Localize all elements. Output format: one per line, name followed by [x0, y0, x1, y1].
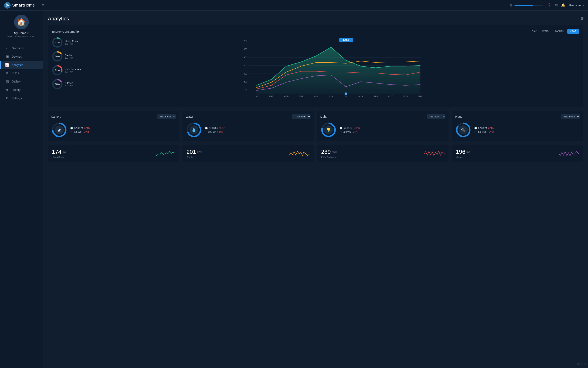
chart-area: 700 600 500 400 300 200 100 JAN FEB MAR … — [85, 37, 579, 103]
user-menu[interactable]: Username ▾ — [569, 4, 584, 7]
light-filter-select[interactable]: This month — [427, 114, 445, 119]
time-btn-day[interactable]: DAY — [529, 29, 539, 34]
help-icon[interactable]: ❓ — [547, 3, 551, 7]
water-wh-change: (-24%) — [217, 131, 223, 133]
svg-text:JUN: JUN — [329, 95, 333, 98]
energy-title: Energy Consumption — [52, 30, 81, 33]
stat-left-livingroom: 174 KWH Living Room — [52, 149, 67, 158]
time-btn-year[interactable]: YEAR — [567, 29, 579, 34]
water-donut: 💧 — [186, 122, 202, 138]
legend-item-kitchen: 18% Kitchen 1034 KM — [52, 79, 81, 90]
clock-icon: 🕐 — [205, 127, 208, 129]
nav-progress-fill — [515, 5, 533, 6]
plugs-icon: 🔌 — [459, 125, 468, 134]
plugs-filter-select[interactable]: This month — [561, 114, 580, 119]
main-settings-icon[interactable]: ⚙ — [581, 16, 584, 21]
rules-icon: ≡ — [5, 71, 9, 75]
legend-pct-kidsbedroom: 32% — [55, 69, 60, 72]
svg-text:OCT: OCT — [388, 95, 393, 98]
legend-donut-kidsbedroom: 32% — [52, 65, 63, 76]
stat-room-livingroom: Living Room — [52, 156, 67, 158]
time-btn-week[interactable]: WEEK — [540, 29, 552, 34]
time-btn-month[interactable]: MONTH — [553, 29, 567, 34]
username-label: Username — [569, 4, 581, 7]
sidebar-nav: ⌂ Overview ▣ Devices 📈 Analytics ≡ Rules… — [0, 44, 43, 364]
light-donut: 💡 — [320, 122, 337, 138]
light-card-body: 💡 🕐 57:03:24 (-24%) 〰 320 Wh (-24%) — [320, 122, 445, 138]
svg-text:200: 200 — [243, 81, 247, 83]
stat-card-livingroom: 174 KWH Living Room — [48, 145, 179, 162]
svg-point-36 — [345, 92, 347, 95]
water-filter-select[interactable]: This month — [292, 114, 310, 119]
stat-value-studio: 201 KWH — [187, 149, 202, 155]
sidebar-item-label: Settings — [12, 97, 22, 100]
water-time-change: (-24%) — [219, 127, 225, 129]
sidebar-item-devices[interactable]: ▣ Devices — [0, 52, 43, 61]
svg-text:FEB: FEB — [269, 95, 273, 98]
profile-dropdown-icon[interactable]: ▾ — [27, 31, 28, 35]
time-filters: DAY WEEK MONTH YEAR — [529, 29, 579, 34]
mail-icon[interactable]: ✉ — [555, 3, 558, 7]
water-card-title: Water — [186, 115, 193, 118]
history-icon: ↺ — [5, 88, 9, 92]
camera-filter-select[interactable]: This month — [157, 114, 176, 119]
camera-stats: 🕐 57:03:24 (-24%) 〰 320 Wh (-24%) — [70, 127, 90, 133]
clock-icon: 🕐 — [340, 127, 342, 129]
sidebar-item-label: Devices — [12, 55, 22, 58]
device-card-plugs: Plugs This month 🔌 — [452, 111, 583, 141]
sidebar-item-label: Gallery — [12, 80, 21, 83]
plugs-card-title: Plugs — [455, 115, 462, 118]
legend-text-kitchen: Kitchen 1034 KM — [65, 82, 73, 87]
nav-progress-bar — [515, 5, 543, 6]
legend-item-livingroom: 12% Living Room 1034 KM — [52, 37, 81, 48]
plugs-kwh-row: 〰 420 Kwh (-24%) — [474, 131, 495, 133]
profile-name: My Home ▾ — [14, 31, 29, 35]
camera-wh: 320 Wh — [74, 131, 81, 133]
svg-text:1,458: 1,458 — [343, 39, 349, 41]
legend-item-kidsbedroom: 32% Kid's Bedroom 1034 KM — [52, 65, 81, 76]
hamburger-button[interactable]: ≡ — [42, 3, 44, 7]
light-wh-row: 〰 320 Wh (-24%) — [340, 131, 360, 133]
grid-icon: ⊞ — [510, 3, 512, 7]
nav-progress-area: ⊞ — [510, 3, 543, 7]
bottom-stats-row: 174 KWH Living Room 201 KWH Studio — [48, 145, 583, 162]
svg-text:DEC: DEC — [418, 95, 423, 98]
sidebar: 🏠 My Home ▾ 9898 Trent Bypass Suite 541 … — [0, 11, 43, 368]
avatar-house-icon: 🏠 — [17, 18, 26, 26]
svg-text:NOV: NOV — [403, 95, 408, 98]
sidebar-item-history[interactable]: ↺ History — [0, 86, 43, 94]
trend-icon: 〰 — [205, 131, 207, 133]
stat-card-kitchen: 196 KWH Kitchen — [452, 145, 583, 162]
sidebar-profile: 🏠 My Home ▾ 9898 Trent Bypass Suite 541 — [0, 15, 43, 42]
water-stats: 🕐 57:03:24 (-24%) 〰 320 Wh (-24%) — [205, 127, 225, 133]
water-wh: 320 Wh — [208, 131, 216, 133]
camera-time-row: 🕐 57:03:24 (-24%) — [70, 127, 90, 129]
stat-value-livingroom: 174 KWH — [52, 149, 67, 155]
logo: 📡 SmartHome — [4, 2, 35, 9]
sidebar-item-overview[interactable]: ⌂ Overview — [0, 44, 43, 52]
gallery-icon: ▤ — [5, 79, 9, 83]
svg-text:100: 100 — [243, 89, 247, 91]
svg-text:700: 700 — [243, 40, 247, 42]
camera-time-change: (-24%) — [84, 127, 90, 129]
water-card-header: Water This month — [186, 114, 311, 119]
device-card-light: Light This month 💡 — [317, 111, 449, 141]
home-icon: ⌂ — [5, 46, 9, 50]
sidebar-item-rules[interactable]: ≡ Rules — [0, 69, 43, 77]
topnav: 📡 SmartHome ≡ ⊞ ❓ ✉ 🔔 Username ▾ — [0, 0, 588, 11]
water-card-body: 💧 🕐 57:03:24 (-24%) 〰 320 Wh (-24%) — [186, 122, 311, 138]
water-time-row: 🕐 57:03:24 (-24%) — [205, 127, 225, 129]
sidebar-item-analytics[interactable]: 📈 Analytics — [0, 61, 43, 69]
energy-body: 12% Living Room 1034 KM — [52, 37, 579, 103]
sidebar-item-settings[interactable]: ⚙ Settings — [0, 94, 43, 102]
avatar: 🏠 — [14, 15, 29, 29]
trend-icon: 〰 — [340, 131, 342, 133]
plugs-time-change: (-24%) — [488, 127, 494, 129]
stat-left-kidsbedroom: 289 KWH Kid's Bedroom — [321, 149, 337, 158]
camera-card-body: ◉ 🕐 57:03:24 (-24%) 〰 320 Wh (-24%) — [51, 122, 176, 138]
stat-room-kitchen: Kitchen — [456, 156, 471, 158]
sidebar-item-gallery[interactable]: ▤ Gallery — [0, 77, 43, 86]
svg-text:300: 300 — [243, 73, 247, 75]
plugs-time-row: 🕐 57:03:24 (-24%) — [474, 127, 495, 129]
bell-icon[interactable]: 🔔 — [561, 3, 565, 7]
